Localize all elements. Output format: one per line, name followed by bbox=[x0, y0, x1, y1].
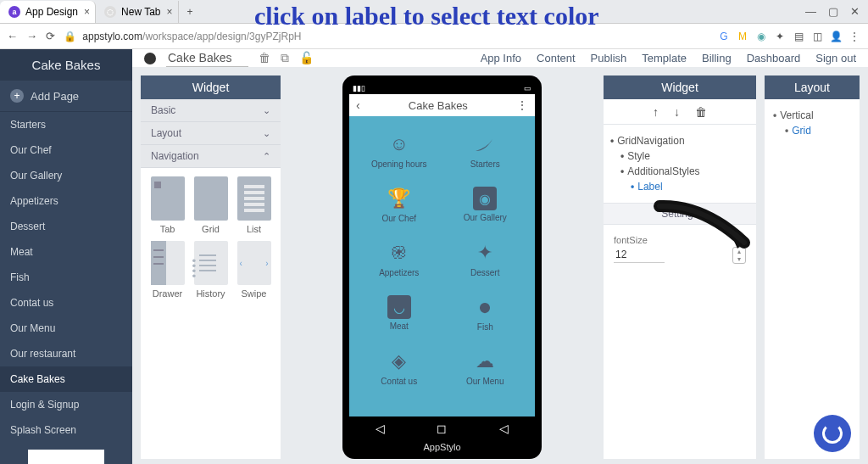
profile-icon[interactable]: 👤 bbox=[829, 30, 843, 43]
sidebar-item[interactable]: Our Gallery bbox=[0, 163, 132, 188]
kebab-icon[interactable]: ⋮ bbox=[516, 98, 528, 112]
grid-cell[interactable]: Starters bbox=[444, 125, 527, 176]
grid-cell[interactable]: ☺Opening hours bbox=[358, 125, 441, 176]
widget-palette: Widget Basic⌄ Layout⌄ Navigation⌃ Tab Gr… bbox=[141, 75, 281, 459]
ext-icon[interactable]: ◉ bbox=[754, 30, 768, 43]
menu-item[interactable]: Publish bbox=[591, 52, 627, 64]
sidebar-item[interactable]: Our Menu bbox=[0, 316, 132, 341]
sidebar-item[interactable]: Dessert bbox=[0, 214, 132, 239]
move-down-icon[interactable]: ↓ bbox=[674, 105, 680, 119]
browser-tab[interactable]: ◌ New Tab × bbox=[96, 1, 178, 23]
sidebar-item[interactable]: Login & Signup bbox=[0, 392, 132, 417]
pinwheel-icon: ✦ bbox=[472, 240, 498, 266]
page-name-input[interactable]: Cake Bakes bbox=[166, 49, 248, 67]
tree-node[interactable]: •AdditionalStyles bbox=[610, 164, 749, 179]
sidebar-item[interactable]: Splash Screen bbox=[0, 417, 132, 443]
tab-title: App Design bbox=[25, 6, 78, 18]
sidebar-item[interactable]: Our Chef bbox=[0, 137, 132, 163]
browser-tab-active[interactable]: a App Design × bbox=[0, 1, 96, 23]
widget-grid[interactable]: Grid bbox=[194, 176, 228, 234]
panel-header: Widget bbox=[604, 75, 756, 99]
chevron-up-icon: ⌃ bbox=[263, 151, 270, 162]
close-window-icon[interactable]: ✕ bbox=[850, 5, 860, 18]
trash-icon[interactable]: 🗑 bbox=[259, 51, 270, 65]
copy-icon[interactable]: ⧉ bbox=[281, 51, 289, 65]
tree-node-label[interactable]: •Label bbox=[610, 179, 749, 194]
new-tab-button[interactable]: + bbox=[179, 6, 202, 18]
ext-icon[interactable]: G bbox=[717, 30, 731, 43]
close-icon[interactable]: × bbox=[167, 6, 173, 18]
unlock-icon[interactable]: 🔓 bbox=[299, 51, 314, 65]
maximize-icon[interactable]: ▢ bbox=[828, 5, 838, 18]
nav-home-icon[interactable]: ◻ bbox=[437, 422, 447, 435]
sidebar-item[interactable]: Contat us bbox=[0, 290, 132, 316]
layout-node-grid[interactable]: •Grid bbox=[773, 123, 851, 138]
side-panel-icon[interactable]: ◫ bbox=[810, 30, 824, 43]
nav-back-icon[interactable]: ◁ bbox=[376, 422, 385, 435]
section-basic[interactable]: Basic⌄ bbox=[141, 99, 281, 122]
move-up-icon[interactable]: ↑ bbox=[653, 105, 659, 119]
sidebar-item[interactable]: Meat bbox=[0, 239, 132, 265]
menu-item[interactable]: App Info bbox=[481, 52, 521, 64]
panel-header: Widget bbox=[141, 75, 281, 99]
ext-icon[interactable]: M bbox=[736, 30, 749, 43]
menu-item[interactable]: Template bbox=[642, 52, 687, 64]
layout-panel: Layout •Vertical •Grid bbox=[765, 75, 860, 459]
phone-preview-wrap: ▮▮▯▭ ‹ Cake Bakes ⋮ ☺Opening hours Start… bbox=[289, 75, 595, 459]
grid-cell[interactable]: ֎Appetizers bbox=[358, 233, 441, 284]
qr-code bbox=[28, 450, 104, 464]
grid-cell[interactable]: ◈Contat us bbox=[358, 342, 441, 393]
minimize-icon[interactable]: — bbox=[805, 5, 816, 18]
grid-cell[interactable]: ●Fish bbox=[444, 288, 527, 338]
phone-grid[interactable]: ☺Opening hours Starters 🏆Our Chef ◉Our G… bbox=[349, 116, 535, 416]
app-top-bar: Cake Bakes 🗑 ⧉ 🔓 App Info Content Publis… bbox=[132, 49, 868, 67]
widget-swipe[interactable]: ‹›Swipe bbox=[237, 241, 271, 299]
reading-list-icon[interactable]: ▤ bbox=[792, 30, 805, 43]
widget-inspector: Widget ↑ ↓ 🗑 •GridNavigation •Style •Add… bbox=[604, 75, 756, 459]
trash-icon[interactable]: 🗑 bbox=[695, 105, 707, 119]
cloud-icon: ☁ bbox=[472, 349, 498, 374]
reload-icon[interactable]: ⟳ bbox=[46, 30, 55, 42]
sidebar-item[interactable]: Starters bbox=[0, 112, 132, 137]
url-host: appstylo.com bbox=[82, 31, 142, 42]
sidebar-item[interactable]: Fish bbox=[0, 265, 132, 290]
trophy-icon: 🏆 bbox=[387, 186, 412, 211]
fontsize-input[interactable]: 12 bbox=[614, 247, 665, 263]
section-layout[interactable]: Layout⌄ bbox=[141, 122, 281, 145]
widget-tree: •GridNavigation •Style •AdditionalStyles… bbox=[604, 125, 756, 203]
tree-node[interactable]: •GridNavigation bbox=[610, 133, 749, 148]
widget-list[interactable]: List bbox=[237, 176, 271, 234]
menu-item[interactable]: Content bbox=[537, 52, 576, 64]
back-icon[interactable]: ← bbox=[7, 30, 18, 42]
layout-node[interactable]: •Vertical bbox=[773, 108, 851, 123]
number-stepper[interactable]: ▴▾ bbox=[732, 247, 746, 264]
nav-recent-icon[interactable]: ◁ bbox=[499, 422, 509, 435]
section-navigation[interactable]: Navigation⌃ bbox=[141, 145, 281, 168]
widget-drawer[interactable]: Drawer bbox=[151, 241, 185, 299]
grid-cell[interactable]: 🏆Our Chef bbox=[358, 179, 441, 230]
add-page-label: Add Page bbox=[31, 90, 79, 103]
widget-tab[interactable]: Tab bbox=[151, 176, 185, 234]
tree-node[interactable]: •Style bbox=[610, 148, 749, 164]
grid-cell[interactable]: ✦Dessert bbox=[444, 233, 527, 284]
widget-history[interactable]: History bbox=[194, 241, 228, 299]
close-icon[interactable]: × bbox=[84, 6, 90, 18]
add-page-button[interactable]: + Add Page bbox=[0, 81, 132, 112]
chat-fab[interactable] bbox=[814, 415, 851, 452]
menu-item[interactable]: Sign out bbox=[815, 52, 856, 64]
window-controls: — ▢ ✕ bbox=[805, 5, 868, 18]
grid-cell[interactable]: ☁Our Menu bbox=[444, 342, 527, 393]
extensions-icon[interactable]: ✦ bbox=[773, 30, 787, 43]
address-bar[interactable]: 🔒 appstylo.com/workspace/app/design/3gyP… bbox=[64, 31, 709, 42]
sidebar-item[interactable]: Appetizers bbox=[0, 188, 132, 214]
menu-item[interactable]: Dashboard bbox=[747, 52, 801, 64]
sidebar-item-active[interactable]: Cake Bakes bbox=[0, 366, 132, 392]
sidebar-item[interactable]: Our restaurant bbox=[0, 341, 132, 366]
menu-item[interactable]: Billing bbox=[702, 52, 732, 64]
spiral-icon: ֎ bbox=[387, 240, 412, 266]
grid-cell[interactable]: ◉Our Gallery bbox=[444, 179, 527, 230]
app-icon bbox=[144, 53, 156, 64]
menu-icon[interactable]: ⋮ bbox=[848, 30, 861, 43]
grid-cell[interactable]: ◡Meat bbox=[358, 288, 441, 338]
forward-icon[interactable]: → bbox=[26, 30, 37, 42]
